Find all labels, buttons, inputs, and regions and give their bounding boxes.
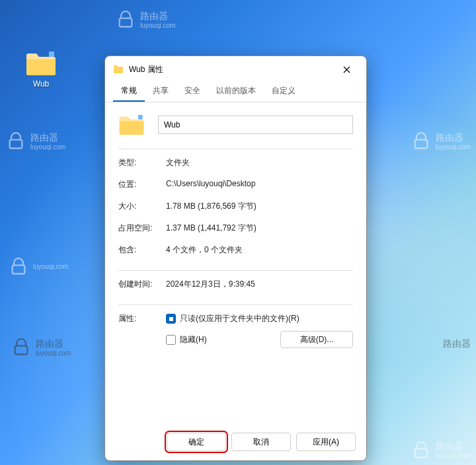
created-label: 创建时间:	[118, 279, 166, 290]
advanced-button[interactable]: 高级(D)...	[280, 331, 353, 348]
contains-value: 4 个文件，0 个文件夹	[166, 244, 353, 256]
close-button[interactable]	[333, 61, 360, 77]
lock-icon	[7, 132, 25, 151]
tab-previous-versions[interactable]: 以前的版本	[208, 81, 264, 102]
tabs: 常规 共享 安全 以前的版本 自定义	[105, 81, 366, 102]
lock-icon	[9, 258, 28, 276]
cancel-button[interactable]: 取消	[231, 433, 291, 451]
watermark-title: 路由器	[443, 338, 471, 349]
ok-button-label: 确定	[188, 437, 204, 448]
size-on-disk-label: 占用空间:	[118, 223, 166, 234]
watermark-subtitle: luyouqi.com	[436, 452, 471, 460]
size-value: 1.78 MB (1,876,569 字节)	[166, 201, 353, 212]
hidden-label: 隐藏(H)	[180, 334, 207, 345]
watermark-title: 路由器	[140, 11, 175, 22]
location-label: 位置:	[118, 179, 166, 190]
size-label: 大小:	[118, 201, 166, 212]
hidden-checkbox[interactable]	[166, 335, 176, 345]
svg-rect-1	[10, 140, 22, 149]
watermark-title: 路由器	[436, 132, 471, 143]
desktop-folder-label: Wub	[33, 79, 49, 89]
close-icon	[343, 66, 350, 73]
folder-name-input[interactable]	[158, 116, 353, 134]
tab-sharing[interactable]: 共享	[145, 81, 177, 102]
type-value: 文件夹	[166, 157, 353, 168]
created-value: 2024年12月3日，9:39:45	[166, 279, 353, 290]
watermark-title: 路由器	[36, 338, 71, 349]
advanced-button-label: 高级(D)...	[300, 334, 334, 345]
apply-button[interactable]: 应用(A)	[296, 433, 356, 451]
attributes-label: 属性:	[118, 313, 166, 348]
lock-icon	[412, 441, 430, 460]
watermark-title: 路由器	[30, 132, 65, 143]
svg-rect-3	[13, 266, 25, 274]
svg-rect-6	[49, 52, 54, 57]
size-on-disk-value: 1.37 MB (1,441,792 字节)	[166, 223, 353, 234]
tab-panel-general: 类型: 文件夹 位置: C:\Users\luyouqi\Desktop 大小:…	[105, 102, 366, 425]
watermark-subtitle: luyouqi.com	[140, 22, 175, 30]
readonly-label: 只读(仅应用于文件夹中的文件)(R)	[180, 313, 299, 324]
dialog-buttons: 确定 取消 应用(A)	[105, 425, 366, 460]
lock-icon	[412, 132, 430, 151]
apply-button-label: 应用(A)	[313, 437, 339, 448]
location-value: C:\Users\luyouqi\Desktop	[166, 179, 353, 190]
folder-icon	[118, 113, 145, 137]
watermark-subtitle: luyouqi.com	[30, 143, 65, 151]
svg-rect-8	[169, 317, 173, 321]
watermark-subtitle: luyouqi.com	[436, 143, 471, 151]
svg-rect-2	[415, 140, 427, 149]
ok-button[interactable]: 确定	[167, 433, 226, 451]
titlebar[interactable]: Wub 属性	[105, 56, 366, 81]
lock-icon	[116, 11, 135, 29]
tab-customize[interactable]: 自定义	[264, 81, 303, 102]
square-icon	[167, 315, 175, 323]
dialog-title: Wub 属性	[129, 64, 328, 75]
svg-rect-5	[415, 448, 427, 457]
folder-icon	[25, 50, 57, 77]
svg-rect-4	[15, 346, 28, 355]
properties-dialog: Wub 属性 常规 共享 安全 以前的版本 自定义 类型: 文件夹 位置: C:…	[104, 55, 367, 461]
watermark-subtitle: luyouqi.com	[33, 263, 68, 271]
cancel-button-label: 取消	[253, 437, 269, 448]
folder-icon	[113, 64, 124, 75]
svg-rect-0	[120, 18, 132, 27]
readonly-checkbox[interactable]	[166, 314, 176, 324]
watermark-title: 路由器	[436, 441, 471, 452]
contains-label: 包含:	[118, 244, 166, 256]
tab-general[interactable]: 常规	[113, 81, 145, 102]
type-label: 类型:	[118, 157, 166, 168]
tab-security[interactable]: 安全	[177, 81, 208, 102]
svg-rect-7	[138, 115, 143, 120]
watermark-subtitle: luyouqi.com	[36, 349, 71, 357]
desktop-folder[interactable]: Wub	[20, 50, 62, 89]
lock-icon	[12, 338, 30, 357]
